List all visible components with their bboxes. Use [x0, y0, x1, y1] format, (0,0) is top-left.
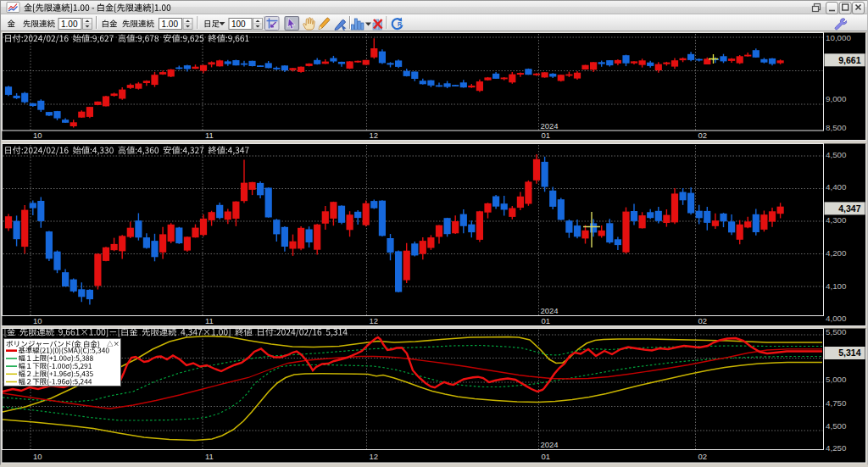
- svg-text:2024: 2024: [541, 121, 559, 131]
- svg-text:5,500: 5,500: [826, 327, 847, 336]
- svg-text:12: 12: [370, 316, 379, 325]
- svg-text:12: 12: [370, 452, 379, 461]
- svg-text:02: 02: [698, 452, 708, 461]
- svg-text:8,500: 8,500: [826, 123, 847, 132]
- svg-text:02: 02: [698, 131, 708, 140]
- svg-text:4,500: 4,500: [826, 150, 847, 159]
- svg-text:10: 10: [33, 316, 42, 325]
- svg-text:10,000: 10,000: [826, 33, 852, 42]
- svg-text:9,000: 9,000: [826, 94, 847, 103]
- svg-text:10: 10: [33, 452, 42, 461]
- svg-text:9,661: 9,661: [838, 55, 860, 65]
- svg-text:11: 11: [205, 452, 214, 461]
- svg-text:5,314: 5,314: [838, 347, 860, 358]
- svg-text:4,000: 4,000: [826, 314, 847, 323]
- svg-text:4,347: 4,347: [838, 203, 860, 214]
- svg-text:2024: 2024: [541, 306, 559, 315]
- svg-text:11: 11: [205, 316, 214, 325]
- svg-text:4,400: 4,400: [826, 182, 847, 192]
- svg-text:4,250: 4,250: [826, 443, 847, 453]
- svg-text:01: 01: [542, 316, 551, 325]
- svg-text:10: 10: [33, 131, 42, 140]
- svg-text:R: R: [398, 21, 402, 27]
- svg-text:2024: 2024: [541, 440, 559, 449]
- svg-text:02: 02: [698, 316, 708, 325]
- svg-text:1.00: 1.00: [162, 19, 179, 29]
- svg-text:4,750: 4,750: [826, 398, 847, 408]
- svg-text:01: 01: [542, 452, 551, 461]
- svg-text:1.00: 1.00: [61, 19, 78, 29]
- svg-text:100: 100: [231, 19, 246, 29]
- svg-text:4,500: 4,500: [826, 421, 847, 431]
- svg-text:4,300: 4,300: [826, 215, 847, 225]
- svg-text:4,100: 4,100: [826, 281, 847, 291]
- svg-text:4,200: 4,200: [826, 248, 847, 258]
- svg-text:12: 12: [370, 131, 379, 140]
- svg-text:01: 01: [542, 131, 551, 140]
- svg-text:11: 11: [205, 131, 214, 140]
- svg-text:5,000: 5,000: [826, 375, 847, 384]
